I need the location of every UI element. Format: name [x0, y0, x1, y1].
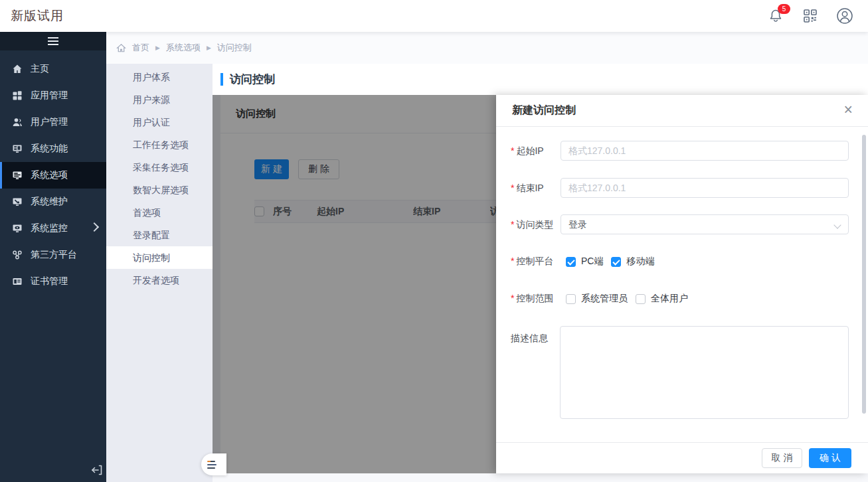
system-functions-icon [11, 143, 23, 155]
field-description: 描述信息 [511, 326, 849, 419]
breadcrumb-item-access-control[interactable]: 访问控制 [217, 42, 252, 54]
confirm-button[interactable]: 确认 [809, 448, 851, 468]
sidebar-item-home[interactable]: 主页 [0, 56, 106, 82]
sidebar-item-apps[interactable]: 应用管理 [0, 82, 106, 109]
required-marker: * [511, 219, 514, 230]
mobile-checkbox-item[interactable]: 移动端 [611, 256, 654, 268]
breadcrumb-item-system-options[interactable]: 系统选项 [166, 42, 201, 54]
access-type-select[interactable]: 登录 [561, 214, 849, 234]
submenu-item-user-system[interactable]: 用户体系 [106, 66, 213, 88]
sysadmin-checkbox-label: 系统管理员 [581, 293, 628, 305]
user-avatar-button[interactable] [836, 7, 853, 25]
field-control-platform: *控制平台 PC端 移动端 [511, 256, 849, 268]
start-ip-input[interactable] [561, 141, 849, 161]
main-sidebar: 主页 应用管理 用户管理 系统功能 系统选项 [0, 32, 106, 482]
mobile-checkbox[interactable] [611, 257, 621, 267]
field-end-ip: *结束IP [511, 178, 849, 198]
required-marker: * [511, 256, 514, 266]
submenu-item-collect-task-options[interactable]: 采集任务选项 [106, 156, 213, 179]
submenu-item-access-control[interactable]: 访问控制 [106, 246, 213, 269]
mobile-checkbox-label: 移动端 [626, 256, 654, 268]
topbar: 新版试用 5 [0, 0, 868, 32]
description-label: 描述信息 [511, 333, 548, 343]
submenu-item-work-task-options[interactable]: 工作任务选项 [106, 133, 213, 156]
third-party-platform-icon [11, 250, 23, 261]
collapse-arrow-icon [90, 463, 104, 477]
certificate-icon [11, 276, 23, 287]
breadcrumb-separator: ▶ [207, 44, 211, 51]
required-marker: * [511, 145, 514, 156]
submenu-item-user-auth[interactable]: 用户认证 [106, 111, 213, 133]
drawer-footer: 取消 确认 [496, 442, 868, 473]
floating-menu-handle[interactable] [201, 453, 226, 475]
description-textarea[interactable] [560, 326, 849, 419]
new-access-control-drawer: 新建访问控制 × *起始IP *结束IP *访问类型 登录 *控制平台 PC端 [496, 95, 868, 473]
breadcrumb-bar: 首页 ▶ 系统选项 ▶ 访问控制 [106, 32, 868, 64]
all-users-checkbox-item[interactable]: 全体用户 [636, 293, 688, 305]
control-scope-label: 控制范围 [516, 293, 553, 303]
submenu-item-user-source[interactable]: 用户来源 [106, 88, 213, 111]
system-options-icon [11, 170, 23, 181]
sidebar-item-users[interactable]: 用户管理 [0, 109, 106, 135]
end-ip-label: 结束IP [516, 183, 543, 193]
submenu-item-developer-options[interactable]: 开发者选项 [106, 269, 213, 291]
secondary-sidebar: 用户体系 用户来源 用户认证 工作任务选项 采集任务选项 数智大屏选项 首选项 … [106, 64, 213, 482]
sidebar-item-system-maintenance[interactable]: 系统维护 [0, 189, 106, 215]
pc-checkbox[interactable] [566, 257, 576, 267]
sidebar-collapse-button[interactable] [90, 463, 104, 477]
page-title-row: 访问控制 [213, 64, 868, 95]
breadcrumb: 首页 ▶ 系统选项 ▶ 访问控制 [106, 32, 868, 64]
start-ip-label: 起始IP [516, 145, 543, 156]
notification-badge: 5 [778, 4, 790, 14]
notification-bell-button[interactable]: 5 [767, 7, 784, 25]
breadcrumb-home-icon [116, 43, 126, 53]
close-icon[interactable]: × [844, 101, 853, 118]
home-icon [11, 64, 23, 75]
handle-list-icon [207, 461, 215, 462]
all-users-checkbox[interactable] [636, 294, 646, 304]
submenu-item-preferences[interactable]: 首选项 [106, 201, 213, 224]
page-title: 访问控制 [230, 72, 275, 87]
sysadmin-checkbox[interactable] [566, 294, 576, 304]
pc-checkbox-label: PC端 [581, 256, 603, 268]
breadcrumb-separator: ▶ [155, 44, 160, 51]
sidebar-collapse-toggle[interactable] [0, 32, 106, 50]
sysadmin-checkbox-item[interactable]: 系统管理员 [566, 293, 628, 305]
cancel-button[interactable]: 取消 [762, 448, 802, 468]
system-monitor-icon [11, 223, 23, 234]
breadcrumb-item-home[interactable]: 首页 [132, 42, 149, 54]
chevron-right-icon [90, 222, 99, 232]
apps-grid-icon [11, 90, 23, 102]
access-type-value: 登录 [568, 219, 587, 230]
users-icon [11, 117, 23, 128]
required-marker: * [511, 293, 514, 303]
submenu-item-login-config[interactable]: 登录配置 [106, 224, 213, 246]
pc-checkbox-item[interactable]: PC端 [566, 256, 603, 268]
field-control-scope: *控制范围 系统管理员 全体用户 [511, 293, 849, 305]
sidebar-item-system-monitor[interactable]: 系统监控 [0, 215, 106, 242]
sidebar-item-system-options[interactable]: 系统选项 [0, 162, 106, 189]
end-ip-input[interactable] [561, 178, 849, 198]
sidebar-item-system-functions[interactable]: 系统功能 [0, 135, 106, 162]
access-type-label: 访问类型 [516, 219, 553, 230]
sidebar-item-certificates[interactable]: 证书管理 [0, 268, 106, 295]
system-maintenance-icon [11, 197, 23, 208]
qr-code-button[interactable] [802, 7, 819, 25]
content-area: 访问控制 访问控制 新建 删除 序号 起始IP 结束IP 访问类型 新建访问控制… [213, 64, 868, 482]
required-marker: * [511, 183, 514, 193]
control-platform-label: 控制平台 [516, 256, 553, 266]
qr-code-icon [802, 8, 818, 24]
title-accent-bar [220, 73, 223, 86]
drawer-title: 新建访问控制 [512, 104, 576, 118]
hamburger-icon [48, 37, 58, 45]
avatar-icon [836, 7, 853, 25]
all-users-checkbox-label: 全体用户 [651, 293, 688, 305]
sidebar-item-third-party[interactable]: 第三方平台 [0, 242, 106, 268]
submenu-item-bigscreen-options[interactable]: 数智大屏选项 [106, 179, 213, 201]
field-start-ip: *起始IP [511, 141, 849, 161]
chevron-down-icon [833, 221, 841, 228]
field-access-type: *访问类型 登录 [511, 214, 849, 234]
drawer-scrollbar-thumb[interactable] [862, 135, 866, 414]
brand-title: 新版试用 [11, 7, 64, 25]
horizontal-scrollbar-track[interactable] [213, 473, 868, 482]
